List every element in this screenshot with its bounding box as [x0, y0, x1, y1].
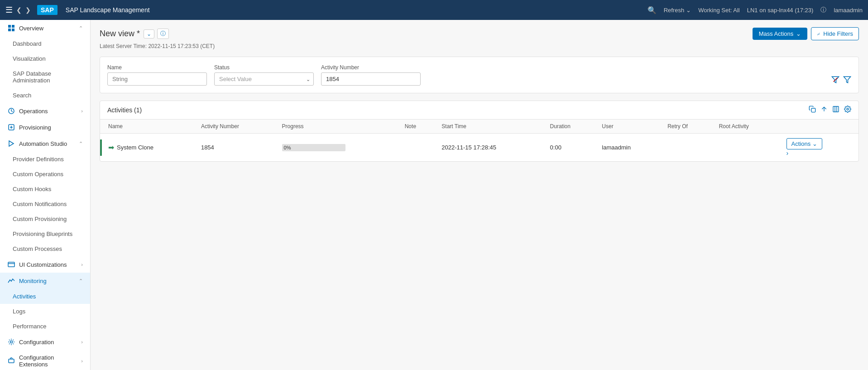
table-copy-button[interactable] — [809, 106, 816, 115]
sidebar-item-automation-studio[interactable]: Automation Studio ⌃ — [0, 135, 90, 152]
refresh-button[interactable]: Refresh ⌄ — [664, 7, 691, 14]
table-header-row: Name Activity Number Progress Note Start… — [100, 120, 858, 134]
working-set-label: Working Set: All — [698, 7, 740, 14]
activities-header: Activities (1) — [100, 101, 858, 120]
col-header-user: User — [596, 120, 662, 134]
view-title: New view * ⌄ ⓘ — [100, 29, 169, 39]
sidebar-item-custom-operations[interactable]: Custom Operations — [0, 167, 90, 182]
svg-rect-11 — [8, 262, 14, 267]
sidebar-label-sap-db-admin: SAP Database Administration — [13, 70, 83, 84]
help-icon[interactable]: ⓘ — [820, 6, 826, 14]
progress-bar: 0% — [282, 144, 345, 151]
sidebar-label-custom-processes: Custom Processes — [13, 245, 62, 252]
row-expand-chevron-icon[interactable]: › — [786, 149, 789, 157]
table-settings-button[interactable] — [844, 106, 851, 115]
sidebar-label-activities: Activities — [13, 293, 36, 300]
sidebar-label-performance: Performance — [13, 323, 46, 330]
search-icon[interactable]: 🔍 — [647, 6, 657, 14]
chevron-right-icon: › — [81, 108, 83, 114]
sidebar-item-activities[interactable]: Activities — [0, 289, 90, 304]
sidebar-item-overview[interactable]: Overview ⌃ — [0, 20, 90, 36]
status-filter-field: Status Select Value ⌄ — [214, 64, 314, 86]
sidebar-label-provisioning-blueprints: Provisioning Blueprints — [13, 231, 72, 237]
sidebar-item-provisioning-blueprints[interactable]: Provisioning Blueprints — [0, 226, 90, 241]
sidebar-label-configuration-extensions: Configuration Extensions — [19, 354, 81, 368]
view-dropdown-button[interactable]: ⌄ — [144, 29, 154, 38]
table-columns-button[interactable] — [832, 106, 839, 115]
chevron-right-icon2: › — [81, 262, 83, 267]
username-label[interactable]: lamaadmin — [834, 7, 863, 14]
sidebar-label-dashboard: Dashboard — [13, 40, 42, 47]
sidebar-label-provider-definitions: Provider Definitions — [13, 156, 64, 163]
svg-marker-10 — [9, 141, 14, 146]
sidebar-item-provisioning[interactable]: Provisioning — [0, 119, 90, 135]
activity-number-input[interactable] — [321, 72, 421, 86]
sidebar-item-visualization[interactable]: Visualization — [0, 51, 90, 66]
sidebar-label-visualization: Visualization — [13, 55, 46, 62]
sidebar-item-performance[interactable]: Performance — [0, 319, 90, 334]
server-time-label: Latest Server Time: — [100, 43, 147, 49]
sidebar-item-ui-customizations[interactable]: UI Customizations › — [0, 256, 90, 273]
activities-toolbar — [809, 106, 851, 115]
top-actions: Mass Actions ⌄ ⌿ Hide Filters — [753, 27, 859, 40]
actions-button[interactable]: Actions ⌄ — [786, 138, 823, 149]
row-retry-of-cell — [662, 134, 714, 162]
mass-actions-chevron-icon: ⌄ — [796, 30, 801, 37]
sidebar-item-custom-provisioning[interactable]: Custom Provisioning — [0, 211, 90, 226]
sidebar-item-custom-processes[interactable]: Custom Processes — [0, 241, 90, 256]
svg-line-19 — [834, 78, 838, 82]
sidebar-label-configuration: Configuration — [19, 339, 54, 346]
sidebar-label-custom-operations: Custom Operations — [13, 171, 63, 178]
sidebar-item-monitoring[interactable]: Monitoring ⌃ — [0, 273, 90, 289]
sidebar-item-custom-notifications[interactable]: Custom Notifications — [0, 197, 90, 211]
nav-back-button[interactable]: ❮ — [16, 6, 22, 14]
apply-filter-button[interactable] — [843, 76, 851, 86]
name-filter-field: Name — [107, 64, 207, 86]
hide-filters-button[interactable]: ⌿ Hide Filters — [811, 27, 859, 40]
row-root-activity-cell — [714, 134, 781, 162]
filter-section: Name Status Select Value ⌄ Activity Numb… — [100, 57, 859, 93]
chevron-right-icon3: › — [81, 339, 83, 345]
clear-filter-button[interactable] — [831, 76, 839, 86]
grid-icon — [7, 24, 15, 32]
view-title-text: New view * — [100, 29, 140, 38]
actions-chevron-icon: ⌄ — [812, 140, 817, 147]
name-filter-label: Name — [107, 64, 207, 71]
row-actions-cell: Actions ⌄ › — [781, 134, 858, 162]
col-header-progress: Progress — [277, 120, 399, 134]
row-progress-cell: 0% — [277, 134, 399, 162]
sidebar-label-search: Search — [13, 92, 31, 99]
sidebar-item-dashboard[interactable]: Dashboard — [0, 36, 90, 51]
svg-rect-14 — [9, 359, 14, 363]
col-header-activity-number: Activity Number — [196, 120, 277, 134]
svg-point-13 — [10, 341, 13, 343]
sidebar-label-ui-customizations: UI Customizations — [19, 261, 67, 268]
content-area: New view * ⌄ ⓘ Mass Actions ⌄ ⌿ Hide Fil… — [91, 20, 868, 370]
col-header-name: Name — [103, 120, 196, 134]
svg-rect-3 — [12, 29, 14, 31]
table-sort-button[interactable] — [820, 106, 828, 115]
sidebar-label-automation-studio: Automation Studio — [19, 140, 67, 147]
sidebar-item-logs[interactable]: Logs — [0, 304, 90, 319]
sidebar-item-configuration[interactable]: Configuration › — [0, 334, 90, 350]
sidebar-item-configuration-extensions[interactable]: Configuration Extensions › — [0, 350, 90, 370]
hamburger-icon[interactable]: ☰ — [5, 5, 13, 15]
sidebar-item-search[interactable]: Search — [0, 88, 90, 103]
provisioning-icon — [7, 123, 15, 131]
filter-icons — [831, 76, 851, 86]
sidebar-item-provider-definitions[interactable]: Provider Definitions — [0, 152, 90, 167]
refresh-chevron-icon: ⌄ — [686, 7, 691, 14]
sidebar-item-operations[interactable]: Operations › — [0, 103, 90, 119]
nav-forward-button[interactable]: ❯ — [25, 6, 31, 14]
row-user-value: lamaadmin — [602, 144, 631, 151]
svg-line-6 — [11, 111, 13, 112]
status-filter-select[interactable]: Select Value — [214, 72, 314, 86]
name-filter-input[interactable] — [107, 72, 207, 86]
view-info-button[interactable]: ⓘ — [157, 29, 169, 39]
row-start-time-value: 2022-11-15 17:28:45 — [441, 144, 496, 151]
col-header-start-time: Start Time — [436, 120, 544, 134]
mass-actions-button[interactable]: Mass Actions ⌄ — [753, 28, 808, 40]
filter-icon: ⌿ — [817, 30, 820, 37]
sidebar-item-sap-db-admin[interactable]: SAP Database Administration — [0, 66, 90, 88]
sidebar-item-custom-hooks[interactable]: Custom Hooks — [0, 182, 90, 197]
